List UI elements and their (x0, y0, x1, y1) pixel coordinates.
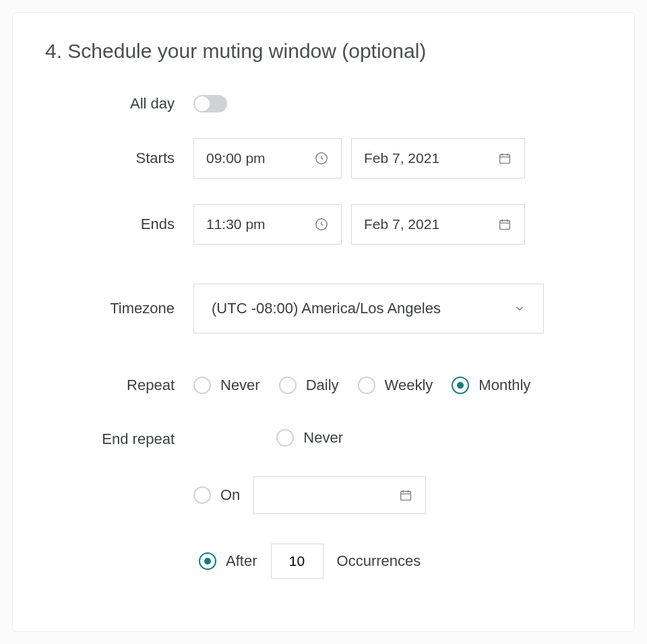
end-repeat-on-row: On (193, 476, 426, 514)
radio-label: On (220, 486, 240, 504)
radio-circle (358, 377, 375, 394)
calendar-icon (398, 488, 413, 503)
toggle-knob (195, 96, 210, 111)
end-repeat-radio-after[interactable]: After (199, 552, 257, 570)
row-starts: Starts 09:00 pm Feb 7, 2021 (45, 138, 602, 179)
occurrences-input[interactable] (271, 544, 324, 579)
row-all-day: All day (45, 95, 602, 112)
timezone-selected-value: (UTC -08:00) America/Los Angeles (212, 300, 441, 317)
clock-icon (314, 217, 329, 232)
repeat-radio-daily[interactable]: Daily (279, 377, 339, 394)
calendar-icon (497, 151, 512, 166)
end-repeat-never-row: Never (276, 429, 343, 447)
svg-rect-4 (401, 492, 411, 501)
end-repeat-on-date-input[interactable] (253, 476, 426, 514)
repeat-radio-never[interactable]: Never (193, 377, 260, 394)
radio-circle (276, 429, 294, 447)
end-repeat-radio-never[interactable]: Never (276, 429, 343, 447)
svg-rect-3 (500, 221, 510, 230)
repeat-radio-weekly[interactable]: Weekly (358, 377, 433, 394)
row-end-repeat: End repeat Never On (45, 429, 602, 579)
ends-time-value: 11:30 pm (206, 216, 314, 232)
radio-label: Weekly (385, 377, 433, 394)
radio-label: Never (220, 377, 260, 394)
radio-circle (193, 377, 211, 394)
label-timezone: Timezone (45, 300, 193, 317)
section-title: 4. Schedule your muting window (optional… (45, 40, 602, 63)
row-repeat: Repeat Never Daily Weekly Monthly (45, 377, 602, 394)
svg-rect-1 (500, 155, 510, 164)
ends-time-input[interactable]: 11:30 pm (193, 204, 342, 245)
starts-date-value: Feb 7, 2021 (364, 150, 497, 166)
ends-date-input[interactable]: Feb 7, 2021 (351, 204, 525, 245)
calendar-icon (497, 217, 512, 232)
label-all-day: All day (45, 95, 193, 112)
radio-circle (199, 552, 216, 570)
label-ends: Ends (45, 216, 193, 233)
radio-dot (457, 382, 464, 389)
schedule-panel: 4. Schedule your muting window (optional… (12, 12, 635, 632)
radio-label: Monthly (479, 377, 530, 394)
all-day-toggle[interactable] (193, 95, 227, 112)
radio-circle (193, 486, 211, 504)
label-starts: Starts (45, 150, 193, 167)
radio-circle (452, 377, 469, 394)
radio-dot (204, 558, 211, 565)
radio-label: After (226, 552, 257, 570)
starts-date-input[interactable]: Feb 7, 2021 (351, 138, 525, 179)
radio-circle (279, 377, 297, 394)
occurrences-label: Occurrences (337, 552, 421, 570)
label-end-repeat: End repeat (45, 429, 193, 448)
clock-icon (314, 151, 329, 166)
starts-time-input[interactable]: 09:00 pm (193, 138, 342, 179)
starts-time-value: 09:00 pm (206, 150, 314, 166)
label-repeat: Repeat (45, 377, 193, 394)
chevron-down-icon (514, 302, 526, 315)
repeat-radio-monthly[interactable]: Monthly (452, 377, 530, 394)
end-repeat-after-row: After Occurrences (199, 544, 421, 579)
radio-label: Daily (306, 377, 339, 394)
timezone-select[interactable]: (UTC -08:00) America/Los Angeles (193, 284, 544, 333)
radio-label: Never (303, 429, 343, 447)
end-repeat-radio-on[interactable]: On (193, 486, 240, 504)
ends-date-value: Feb 7, 2021 (364, 216, 497, 232)
row-ends: Ends 11:30 pm Feb 7, 2021 (45, 204, 602, 245)
row-timezone: Timezone (UTC -08:00) America/Los Angele… (45, 284, 602, 333)
